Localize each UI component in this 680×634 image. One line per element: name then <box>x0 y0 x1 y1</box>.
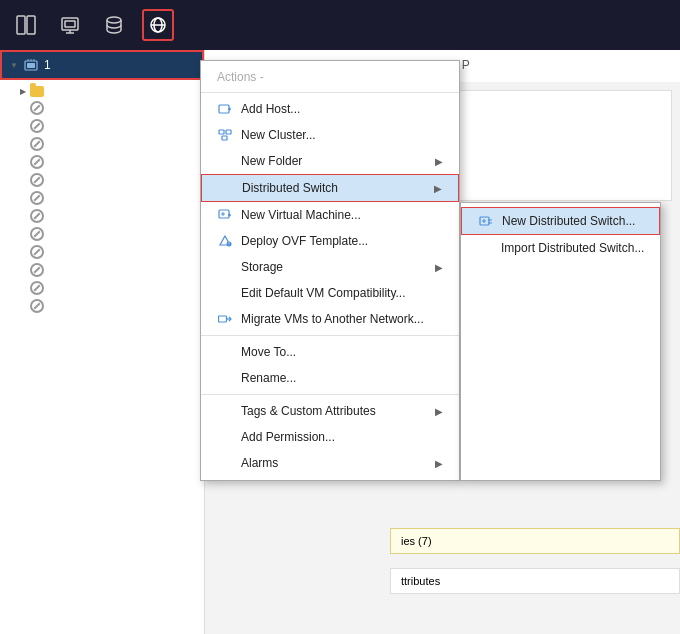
alarms-arrow: ▶ <box>435 458 443 469</box>
import-dvs-icon <box>477 240 493 256</box>
svg-rect-18 <box>219 130 224 134</box>
svg-rect-1 <box>27 16 35 34</box>
alarms-label: Alarms <box>241 456 427 470</box>
distributed-switch-submenu: New Distributed Switch... Import Distrib… <box>460 202 661 481</box>
sidebar-tree: ▶ <box>0 80 204 319</box>
submenu-new-distributed-switch[interactable]: New Distributed Switch... <box>461 207 660 235</box>
menu-item-add-permission[interactable]: Add Permission... <box>201 424 459 450</box>
sidebar-row-8 <box>0 225 204 243</box>
sidebar-row-12 <box>0 297 204 315</box>
rename-label: Rename... <box>241 371 443 385</box>
distributed-switch-label: Distributed Switch <box>242 181 426 195</box>
folder-menu-icon <box>217 153 233 169</box>
storage-label: Storage <box>241 260 427 274</box>
svg-point-27 <box>227 242 232 247</box>
no-sign-icon-5 <box>30 173 44 187</box>
network-toolbar-icon[interactable] <box>142 9 174 41</box>
sidebar-row-4 <box>0 153 204 171</box>
svg-rect-19 <box>226 130 231 134</box>
sidebar-row-10 <box>0 261 204 279</box>
new-cluster-label: New Cluster... <box>241 128 443 142</box>
datacenter-sidebar-icon <box>24 58 38 72</box>
expand-arrow: ▼ <box>10 61 18 70</box>
submenu-import-distributed-switch[interactable]: Import Distributed Switch... <box>461 235 660 261</box>
folder-icon <box>30 86 44 97</box>
menu-item-rename[interactable]: Rename... <box>201 365 459 391</box>
new-vm-icon <box>217 207 233 223</box>
menu-divider-1 <box>201 92 459 93</box>
tags-menu-icon <box>217 403 233 419</box>
sidebar-row-7 <box>0 207 204 225</box>
new-folder-label: New Folder <box>241 154 427 168</box>
context-menu-overlay: Actions - Add Host... <box>200 60 661 481</box>
sidebar-row-3 <box>0 135 204 153</box>
svg-rect-3 <box>65 21 75 27</box>
panel-toggle-icon[interactable] <box>10 9 42 41</box>
tags-count-label: ies (7) <box>401 535 432 547</box>
no-sign-icon-1 <box>30 101 44 115</box>
dvs-menu-icon <box>218 180 234 196</box>
rename-icon <box>217 370 233 386</box>
no-sign-icon-7 <box>30 209 44 223</box>
vm-toolbar-icon[interactable] <box>54 9 86 41</box>
sidebar-row-1 <box>0 99 204 117</box>
move-to-label: Move To... <box>241 345 443 359</box>
edit-vm-compat-label: Edit Default VM Compatibility... <box>241 286 443 300</box>
sidebar-selected-item[interactable]: ▼ 1 <box>0 50 204 80</box>
menu-item-add-host[interactable]: Add Host... <box>201 96 459 122</box>
edit-vm-icon <box>217 285 233 301</box>
no-sign-icon-2 <box>30 119 44 133</box>
deploy-ovf-label: Deploy OVF Template... <box>241 234 443 248</box>
tags-arrow: ▶ <box>435 406 443 417</box>
menu-divider-3 <box>201 394 459 395</box>
menu-item-new-cluster[interactable]: New Cluster... <box>201 122 459 148</box>
menu-divider-2 <box>201 335 459 336</box>
toolbar <box>0 0 680 50</box>
menu-item-migrate-vms[interactable]: Migrate VMs to Another Network... <box>201 306 459 332</box>
no-sign-icon-12 <box>30 299 44 313</box>
new-dvs-icon <box>478 213 494 229</box>
menu-item-edit-vm-compat[interactable]: Edit Default VM Compatibility... <box>201 280 459 306</box>
attributes-label: ttributes <box>401 575 440 587</box>
menu-item-alarms[interactable]: Alarms ▶ <box>201 450 459 476</box>
db-toolbar-icon[interactable] <box>98 9 130 41</box>
menu-header-label: Actions - <box>217 70 443 84</box>
sidebar-folder-item[interactable]: ▶ <box>0 84 204 99</box>
add-permission-label: Add Permission... <box>241 430 443 444</box>
menu-header-actions: Actions - <box>201 65 459 89</box>
no-sign-icon-10 <box>30 263 44 277</box>
menu-item-distributed-switch[interactable]: Distributed Switch ▶ <box>201 174 459 202</box>
tags-section: ies (7) <box>390 528 680 554</box>
menu-item-storage[interactable]: Storage ▶ <box>201 254 459 280</box>
svg-rect-0 <box>17 16 25 34</box>
folder-expand-arrow: ▶ <box>20 87 26 96</box>
svg-rect-30 <box>219 316 227 322</box>
new-folder-arrow: ▶ <box>435 156 443 167</box>
permission-icon <box>217 429 233 445</box>
distributed-switch-arrow: ▶ <box>434 183 442 194</box>
migrate-vms-label: Migrate VMs to Another Network... <box>241 312 443 326</box>
sidebar-row-11 <box>0 279 204 297</box>
attributes-section: ttributes <box>390 568 680 594</box>
cluster-menu-icon <box>217 127 233 143</box>
sidebar-row-6 <box>0 189 204 207</box>
new-vm-label: New Virtual Machine... <box>241 208 443 222</box>
sidebar: ▼ 1 ▶ <box>0 50 205 634</box>
migrate-menu-icon <box>217 311 233 327</box>
menu-item-new-folder[interactable]: New Folder ▶ <box>201 148 459 174</box>
tags-label: Tags & Custom Attributes <box>241 404 427 418</box>
menu-item-move-to[interactable]: Move To... <box>201 339 459 365</box>
no-sign-icon-9 <box>30 245 44 259</box>
menu-item-tags[interactable]: Tags & Custom Attributes ▶ <box>201 398 459 424</box>
add-host-icon <box>217 101 233 117</box>
svg-rect-15 <box>219 105 229 113</box>
sidebar-datacenter-label: 1 <box>44 58 51 72</box>
context-menu: Actions - Add Host... <box>200 60 460 481</box>
import-distributed-switch-label: Import Distributed Switch... <box>501 241 644 255</box>
no-sign-icon-11 <box>30 281 44 295</box>
menu-item-deploy-ovf[interactable]: Deploy OVF Template... <box>201 228 459 254</box>
alarms-icon <box>217 455 233 471</box>
menu-item-new-vm[interactable]: New Virtual Machine... <box>201 202 459 228</box>
no-sign-icon-4 <box>30 155 44 169</box>
no-sign-icon-3 <box>30 137 44 151</box>
